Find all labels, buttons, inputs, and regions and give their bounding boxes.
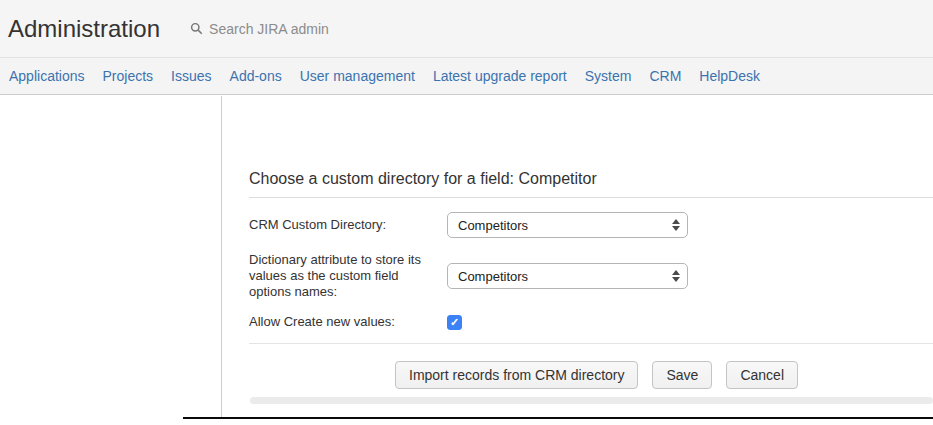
nav-item-issues[interactable]: Issues	[162, 68, 220, 84]
allow-create-checkbox[interactable]	[447, 315, 462, 330]
crm-directory-select[interactable]: Competitors	[447, 212, 688, 238]
search-input[interactable]	[209, 21, 389, 37]
import-records-button[interactable]: Import records from CRM directory	[395, 361, 638, 389]
search-icon	[190, 22, 209, 35]
save-button[interactable]: Save	[652, 361, 712, 389]
nav-item-user-management[interactable]: User management	[291, 68, 424, 84]
form-divider	[249, 343, 933, 344]
nav-item-addons[interactable]: Add-ons	[221, 68, 291, 84]
bottom-border-line	[183, 417, 933, 419]
sidebar	[0, 96, 222, 417]
dictionary-attribute-label: Dictionary attribute to store its values…	[249, 252, 447, 300]
crm-directory-select-value: Competitors	[458, 218, 528, 233]
section-heading: Choose a custom directory for a field: C…	[249, 170, 933, 198]
cancel-button[interactable]: Cancel	[726, 361, 798, 389]
nav-item-helpdesk[interactable]: HelpDesk	[690, 68, 769, 84]
dictionary-attribute-select[interactable]: Competitors	[447, 263, 688, 289]
nav-item-system[interactable]: System	[576, 68, 641, 84]
horizontal-scrollbar[interactable]	[250, 397, 933, 404]
select-stepper-icon	[672, 270, 680, 282]
buttons-row: Import records from CRM directory Save C…	[249, 361, 933, 389]
select-stepper-icon	[672, 219, 680, 231]
form-row-dictionary-attribute: Dictionary attribute to store its values…	[249, 252, 933, 300]
admin-nav: Applications Projects Issues Add-ons Use…	[0, 57, 933, 95]
form-row-allow-create: Allow Create new values:	[249, 314, 933, 330]
crm-directory-label: CRM Custom Directory:	[249, 217, 447, 233]
nav-item-crm[interactable]: CRM	[640, 68, 690, 84]
admin-search[interactable]	[190, 21, 389, 37]
main-content: Choose a custom directory for a field: C…	[223, 96, 933, 389]
header: Administration	[0, 0, 933, 57]
jira-admin-page: Administration Applications Projects Iss…	[0, 0, 933, 425]
page-title: Administration	[8, 15, 160, 43]
form-row-crm-directory: CRM Custom Directory: Competitors	[249, 212, 933, 238]
allow-create-label: Allow Create new values:	[249, 314, 447, 330]
nav-item-latest-upgrade-report[interactable]: Latest upgrade report	[424, 68, 576, 84]
nav-item-applications[interactable]: Applications	[0, 68, 94, 84]
nav-item-projects[interactable]: Projects	[94, 68, 163, 84]
dictionary-attribute-select-value: Competitors	[458, 269, 528, 284]
